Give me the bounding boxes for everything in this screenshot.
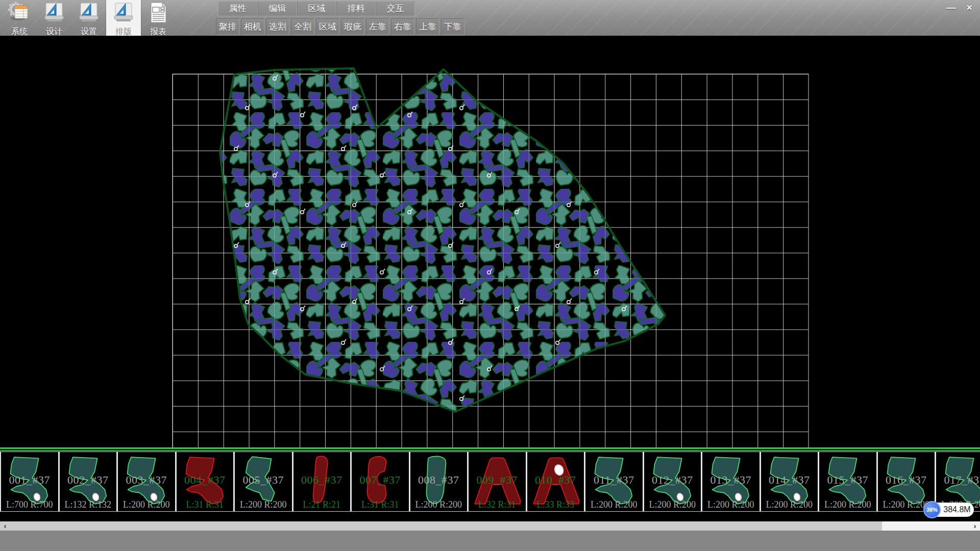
- piece-name: 016_#37: [878, 473, 935, 487]
- scrollbar-thumb[interactable]: [0, 521, 882, 531]
- piece-thumbnail-007_#37[interactable]: 007_#37L:31 R:31: [352, 452, 410, 511]
- tool-button-相机[interactable]: 相机: [241, 18, 264, 35]
- piece-name: 001_#37: [1, 473, 58, 487]
- nav-item-label: 报表: [150, 27, 166, 36]
- piece-lr-count: L:200 R:200: [585, 499, 643, 510]
- menu-tab-交互[interactable]: 交互: [376, 2, 415, 16]
- nav-item-系统[interactable]: 系统: [2, 0, 37, 36]
- menu-tab-编辑[interactable]: 编辑: [258, 2, 297, 16]
- bottom-bar: [0, 531, 980, 551]
- canvas-svg: [0, 36, 980, 447]
- tool-button-选割[interactable]: 选割: [266, 18, 289, 35]
- piece-thumbnail-strip: 001_#37L:700 R:700 002_#37L:132 R:132 00…: [0, 452, 980, 512]
- piece-name: 005_#37: [235, 473, 292, 487]
- memory-usage-text: 384.8M: [942, 503, 972, 517]
- design-ruler-icon: [42, 2, 66, 26]
- tool-button-全割[interactable]: 全割: [291, 18, 314, 35]
- piece-lr-count: L:21 R:21: [293, 499, 351, 510]
- tool-button-row: 聚排相机选割全割区域瑕疵左靠右靠上靠下靠: [216, 18, 464, 35]
- piece-lr-count: L:33 R:33: [527, 499, 584, 510]
- piece-lr-count: L:32 R:31: [469, 499, 526, 510]
- piece-thumbnail-011_#37[interactable]: 011_#37L:200 R:200: [585, 452, 644, 511]
- piece-name: 017_#37: [936, 473, 980, 487]
- piece-name: 011_#37: [585, 473, 643, 487]
- piece-name: 015_#37: [819, 473, 876, 487]
- piece-thumbnail-005_#37[interactable]: 005_#37L:200 R:200: [235, 452, 293, 511]
- piece-lr-count: L:200 R:200: [761, 499, 818, 510]
- piece-lr-count: L:700 R:700: [1, 499, 58, 510]
- canvas-thumbstrip-separator: [0, 447, 980, 452]
- tool-button-区域[interactable]: 区域: [316, 18, 339, 35]
- piece-lr-count: L:200 R:200: [702, 499, 760, 510]
- horizontal-scrollbar[interactable]: ‹ ›: [0, 521, 980, 531]
- piece-thumbnail-013_#37[interactable]: 013_#37L:200 R:200: [702, 452, 761, 511]
- menu-tab-bar: 属性编辑区域排料交互: [218, 1, 415, 16]
- piece-thumbnail-008_#37[interactable]: 008_#37L:200 R:200: [410, 452, 469, 511]
- nav-item-label: 系统: [11, 27, 28, 36]
- nav-item-label: 设计: [46, 27, 62, 36]
- piece-name: 007_#37: [352, 473, 409, 487]
- piece-thumbnail-015_#37[interactable]: 015_#37L:200 R:200: [819, 452, 878, 511]
- menu-tab-区域[interactable]: 区域: [297, 2, 336, 16]
- settings-ruler-icon: [77, 2, 101, 26]
- piece-thumbnail-006_#37[interactable]: 006_#37L:21 R:21: [293, 452, 352, 511]
- nav-item-排版[interactable]: 排版: [106, 0, 141, 36]
- piece-lr-count: L:132 R:132: [60, 499, 117, 510]
- scroll-left-icon[interactable]: ‹: [1, 521, 9, 531]
- tool-button-下靠[interactable]: 下靠: [441, 18, 464, 35]
- piece-name: 013_#37: [702, 473, 760, 487]
- piece-thumbnail-004_#37[interactable]: 004_#37L:31 R:31: [177, 452, 235, 511]
- nav-item-设置[interactable]: 设置: [71, 0, 106, 36]
- piece-thumbnail-001_#37[interactable]: 001_#37L:700 R:700: [1, 452, 60, 511]
- menu-tab-属性[interactable]: 属性: [218, 2, 258, 16]
- nesting-ruler-icon: [112, 2, 135, 26]
- nav-item-label: 设置: [81, 27, 97, 36]
- piece-name: 010_#37: [527, 473, 584, 487]
- nav-item-label: 排版: [115, 27, 132, 36]
- usage-percent-text: 38%: [926, 507, 938, 513]
- piece-name: 004_#37: [177, 473, 234, 487]
- piece-name: 008_#37: [410, 473, 468, 487]
- nav-item-设计[interactable]: 设计: [37, 0, 71, 36]
- window-controls: — ×: [943, 1, 977, 14]
- piece-thumbnail-010_#37[interactable]: 010_#37L:33 R:33: [527, 452, 586, 511]
- piece-lr-count: L:200 R:200: [235, 499, 292, 510]
- minimize-button[interactable]: —: [943, 1, 959, 14]
- piece-thumbnail-003_#37[interactable]: 003_#37L:200 R:200: [118, 452, 177, 511]
- piece-thumbnail-014_#37[interactable]: 014_#37L:200 R:200: [761, 452, 820, 511]
- piece-name: 009_#37: [469, 473, 526, 487]
- tool-button-聚排[interactable]: 聚排: [216, 18, 239, 35]
- module-nav: 系统 设计 设置 排版 报表: [2, 0, 176, 36]
- piece-lr-count: L:200 R:200: [410, 499, 468, 510]
- menu-tab-排料[interactable]: 排料: [336, 2, 376, 16]
- piece-name: 003_#37: [118, 473, 175, 487]
- piece-thumbnail-002_#37[interactable]: 002_#37L:132 R:132: [60, 452, 118, 511]
- piece-name: 006_#37: [293, 473, 351, 487]
- piece-name: 012_#37: [644, 473, 701, 487]
- main-toolbar: 系统 设计 设置 排版 报表 属性编辑区域排料交互 聚排相机选割全割区域瑕疵左靠…: [0, 0, 980, 36]
- piece-name: 002_#37: [60, 473, 117, 487]
- piece-lr-count: L:31 R:31: [352, 499, 409, 510]
- nesting-canvas[interactable]: [0, 36, 980, 447]
- piece-name: 014_#37: [761, 473, 818, 487]
- report-doc-icon: [146, 2, 170, 26]
- tool-button-右靠[interactable]: 右靠: [391, 18, 414, 35]
- nav-item-报表[interactable]: 报表: [141, 0, 176, 36]
- scroll-right-icon[interactable]: ›: [971, 521, 979, 531]
- piece-lr-count: L:31 R:31: [177, 499, 234, 510]
- piece-thumbnail-012_#37[interactable]: 012_#37L:200 R:200: [644, 452, 703, 511]
- piece-thumbnail-009_#37[interactable]: 009_#37L:32 R:31: [469, 452, 527, 511]
- piece-lr-count: L:200 R:200: [819, 499, 876, 510]
- system-gear-icon: [8, 2, 31, 26]
- usage-percent-badge: 38%: [923, 501, 941, 518]
- memory-status-pill: 38% 384.8M: [925, 503, 974, 517]
- piece-lr-count: L:200 R:200: [644, 499, 701, 510]
- piece-lr-count: L:200 R:200: [118, 499, 175, 510]
- close-button[interactable]: ×: [962, 1, 977, 14]
- tool-button-瑕疵[interactable]: 瑕疵: [341, 18, 364, 35]
- tool-button-上靠[interactable]: 上靠: [416, 18, 439, 35]
- tool-button-左靠[interactable]: 左靠: [366, 18, 389, 35]
